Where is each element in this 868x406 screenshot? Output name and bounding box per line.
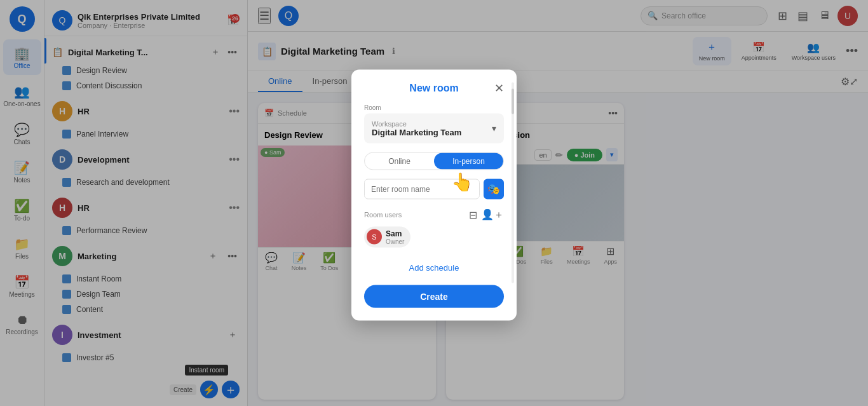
add-user-btn[interactable]: 👤＋ — [481, 208, 504, 221]
workspace-selector[interactable]: Workspace Digital Marketing Team ▾ — [364, 113, 504, 143]
modal-scrollbar — [512, 82, 514, 283]
room-users-section: Room users ⊟ 👤＋ S Sam Owner — [364, 208, 504, 247]
room-type-tabs: Online In-person — [364, 152, 504, 170]
modal-header: New room ✕ — [364, 82, 504, 93]
room-name-row: 🎭 — [364, 179, 504, 199]
chevron-down-icon: ▾ — [492, 123, 496, 133]
modal-close-btn[interactable]: ✕ — [494, 82, 504, 93]
room-users-label: Room users ⊟ 👤＋ — [364, 208, 504, 221]
modal-scroll-thumb — [512, 88, 514, 114]
create-btn[interactable]: Create — [364, 285, 504, 308]
room-icon-select-btn[interactable]: 🎭 — [484, 179, 504, 199]
qr-code-btn[interactable]: ⊟ — [469, 208, 477, 221]
sam-avatar: S — [367, 229, 382, 245]
room-workspace-label: Room — [364, 104, 504, 111]
room-user-actions: ⊟ 👤＋ — [469, 208, 504, 221]
new-room-modal: New room ✕ Room Workspace Digital Market… — [351, 69, 517, 320]
room-type-online-btn[interactable]: Online — [365, 152, 434, 169]
add-schedule-btn[interactable]: Add schedule — [364, 256, 504, 278]
room-type-inperson-btn[interactable]: In-person — [434, 152, 503, 169]
room-name-input[interactable] — [364, 179, 480, 199]
room-user-chip-sam: S Sam Owner — [364, 226, 410, 247]
